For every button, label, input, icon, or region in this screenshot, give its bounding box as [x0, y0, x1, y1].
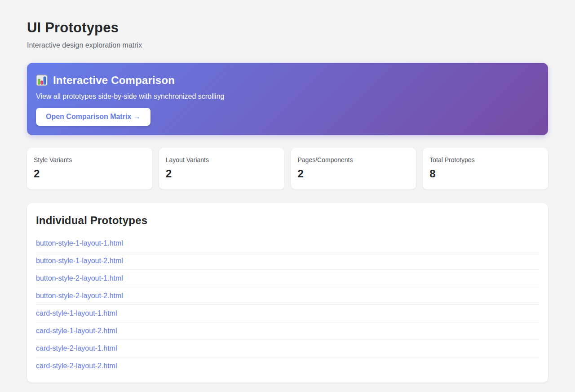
bar-chart-icon — [36, 75, 48, 86]
prototype-link[interactable]: button-style-1-layout-2.html — [36, 257, 123, 264]
page-title: UI Prototypes — [27, 20, 548, 36]
stat-card-total-prototypes: Total Prototypes 8 — [423, 148, 548, 189]
list-item: button-style-2-layout-1.html — [36, 270, 539, 287]
prototype-list: button-style-1-layout-1.htmlbutton-style… — [36, 235, 539, 374]
banner-title-row: Interactive Comparison — [36, 74, 539, 87]
stat-value: 2 — [166, 167, 278, 180]
prototype-link[interactable]: card-style-1-layout-2.html — [36, 327, 117, 335]
list-item: button-style-2-layout-2.html — [36, 287, 539, 305]
stat-value: 2 — [298, 167, 410, 180]
stat-card-style-variants: Style Variants 2 — [27, 148, 152, 189]
stat-label: Total Prototypes — [429, 156, 541, 163]
prototype-link[interactable]: card-style-2-layout-2.html — [36, 362, 117, 370]
prototype-link[interactable]: button-style-1-layout-1.html — [36, 239, 123, 247]
stats-row: Style Variants 2 Layout Variants 2 Pages… — [27, 148, 548, 189]
page-subtitle: Interactive design exploration matrix — [27, 41, 548, 49]
list-item: card-style-2-layout-2.html — [36, 357, 539, 374]
stat-card-pages-components: Pages/Components 2 — [291, 148, 416, 189]
stat-label: Pages/Components — [298, 156, 410, 163]
prototype-link[interactable]: card-style-1-layout-1.html — [36, 309, 117, 317]
banner-title: Interactive Comparison — [53, 74, 175, 87]
stat-value: 2 — [34, 167, 146, 180]
comparison-banner: Interactive Comparison View all prototyp… — [27, 63, 548, 135]
stat-value: 8 — [429, 167, 541, 180]
list-item: button-style-1-layout-1.html — [36, 235, 539, 252]
banner-description: View all prototypes side-by-side with sy… — [36, 92, 539, 101]
list-item: card-style-1-layout-1.html — [36, 305, 539, 322]
list-item: button-style-1-layout-2.html — [36, 252, 539, 270]
prototype-link[interactable]: card-style-2-layout-1.html — [36, 344, 117, 352]
prototype-link[interactable]: button-style-2-layout-1.html — [36, 274, 123, 282]
stat-card-layout-variants: Layout Variants 2 — [159, 148, 284, 189]
prototype-link[interactable]: button-style-2-layout-2.html — [36, 292, 123, 300]
page-container: UI Prototypes Interactive design explora… — [27, 0, 548, 383]
list-item: card-style-2-layout-1.html — [36, 340, 539, 357]
individual-prototypes-heading: Individual Prototypes — [36, 214, 539, 227]
open-comparison-matrix-button[interactable]: Open Comparison Matrix → — [36, 108, 150, 126]
stat-label: Layout Variants — [166, 156, 278, 163]
individual-prototypes-card: Individual Prototypes button-style-1-lay… — [27, 203, 548, 383]
stat-label: Style Variants — [34, 156, 146, 163]
list-item: card-style-1-layout-2.html — [36, 322, 539, 340]
